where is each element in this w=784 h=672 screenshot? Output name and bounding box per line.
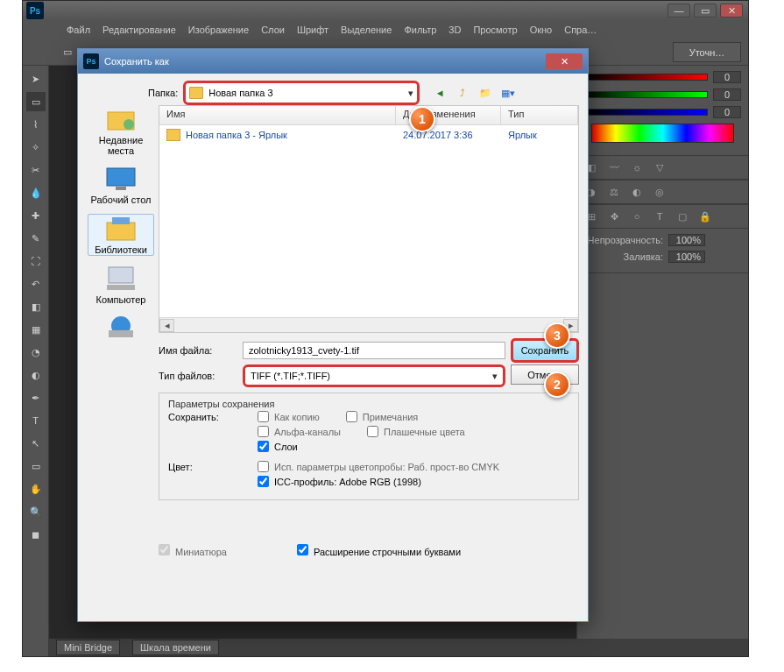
- lowercase-checkbox[interactable]: [297, 544, 308, 555]
- hand-tool[interactable]: ✋: [26, 479, 46, 499]
- svg-rect-5: [112, 217, 130, 224]
- shape-tool[interactable]: ▭: [26, 456, 46, 476]
- text-icon[interactable]: T: [653, 209, 667, 223]
- place-desktop[interactable]: Рабочий стол: [88, 165, 154, 205]
- filetype-combo[interactable]: TIFF (*.TIF;*.TIFF) ▾: [243, 364, 505, 387]
- thumbnail-checkbox: [159, 544, 170, 555]
- wand-tool[interactable]: ✧: [26, 138, 46, 157]
- place-libraries-label: Библиотеки: [88, 244, 153, 255]
- proof-checkbox[interactable]: [258, 461, 269, 472]
- svg-rect-7: [107, 285, 135, 290]
- as-copy-checkbox[interactable]: [258, 411, 269, 422]
- close-button[interactable]: ✕: [720, 4, 743, 18]
- new-folder-icon[interactable]: 📁: [477, 85, 493, 101]
- place-computer-label: Компьютер: [88, 294, 154, 305]
- g-slider[interactable]: [584, 91, 708, 98]
- menu-3d[interactable]: 3D: [449, 25, 461, 35]
- lasso-tool[interactable]: ⌇: [26, 115, 46, 134]
- mini-bridge-tab[interactable]: Mini Bridge: [56, 640, 120, 655]
- move-tool[interactable]: ➤: [26, 69, 46, 88]
- main-menu: Файл Редактирование Изображение Слои Шри…: [23, 20, 748, 39]
- blur-tool[interactable]: ◔: [26, 343, 46, 362]
- pen-tool[interactable]: ✒: [26, 388, 46, 407]
- folder-combo[interactable]: Новая папка 3 ▾: [183, 81, 420, 105]
- fill-value[interactable]: 100%: [668, 251, 705, 263]
- layers-checkbox[interactable]: [258, 441, 269, 452]
- path-tool[interactable]: ↖: [26, 434, 46, 453]
- up-icon[interactable]: ⤴: [455, 85, 470, 101]
- col-name[interactable]: Имя: [159, 106, 396, 124]
- eraser-tool[interactable]: ◧: [26, 297, 46, 316]
- maximize-button[interactable]: ▭: [694, 4, 717, 18]
- dialog-title: Сохранить как: [104, 56, 169, 67]
- right-panels: 0 0 0 ◧ 〰 ☼ ▽ ◑ ⚖ ◐ ◎ ⊞ ✥ ○ T: [577, 66, 748, 656]
- col-type[interactable]: Тип: [501, 106, 578, 124]
- alpha-checkbox[interactable]: [258, 426, 269, 437]
- place-network[interactable]: [88, 314, 154, 343]
- g-value[interactable]: 0: [713, 88, 741, 101]
- r-slider[interactable]: [584, 74, 708, 81]
- menu-type[interactable]: Шрифт: [297, 25, 328, 35]
- r-value[interactable]: 0: [713, 71, 741, 83]
- dodge-tool[interactable]: ◐: [26, 365, 46, 385]
- move-lock-icon[interactable]: ✥: [607, 209, 621, 223]
- eyedropper-tool[interactable]: 💧: [26, 183, 46, 202]
- curves-icon: 〰: [607, 160, 621, 174]
- stamp-tool[interactable]: ⛶: [26, 251, 46, 271]
- color-swatch-icon[interactable]: ◼: [26, 525, 46, 544]
- menu-select[interactable]: Выделение: [341, 25, 392, 35]
- list-item-type: Ярлык: [501, 130, 578, 140]
- folder-icon: [189, 87, 203, 99]
- menu-view[interactable]: Просмотр: [473, 25, 517, 35]
- spot-checkbox[interactable]: [367, 426, 378, 437]
- shape-lock-icon[interactable]: ▢: [675, 209, 689, 223]
- filename-input[interactable]: [243, 342, 505, 359]
- scroll-left-button[interactable]: ◂: [159, 319, 174, 332]
- folder-label: Папка:: [148, 88, 178, 98]
- notes-checkbox[interactable]: [346, 411, 357, 422]
- menu-edit[interactable]: Редактирование: [102, 25, 176, 35]
- back-icon[interactable]: ◄: [432, 85, 448, 101]
- crop-tool[interactable]: ✂: [26, 160, 46, 180]
- opacity-value[interactable]: 100%: [668, 234, 705, 246]
- dialog-ps-icon: Ps: [83, 53, 99, 69]
- menu-layers[interactable]: Слои: [261, 25, 285, 35]
- dialog-titlebar[interactable]: Ps Сохранить как ✕: [78, 49, 588, 74]
- horizontal-scrollbar[interactable]: ◂ ▸: [159, 317, 578, 332]
- place-recent[interactable]: Недавние места: [88, 105, 154, 156]
- b-value[interactable]: 0: [713, 106, 741, 118]
- spectrum-picker[interactable]: [591, 124, 734, 143]
- layers-label: Слои: [274, 442, 298, 452]
- timeline-tab[interactable]: Шкала времени: [132, 640, 219, 655]
- brush-tool[interactable]: ✎: [26, 229, 46, 248]
- photoshop-logo-icon: Ps: [26, 2, 44, 19]
- refine-button[interactable]: Уточн…: [673, 42, 741, 62]
- scroll-track[interactable]: [176, 320, 562, 330]
- views-icon[interactable]: ▦▾: [500, 85, 516, 101]
- menu-filter[interactable]: Фильтр: [404, 25, 436, 35]
- gradient-tool[interactable]: ▦: [26, 320, 46, 339]
- color-section-label: Цвет:: [168, 462, 231, 472]
- dialog-close-button[interactable]: ✕: [546, 53, 583, 69]
- place-libraries[interactable]: Библиотеки: [88, 214, 154, 256]
- menu-image[interactable]: Изображение: [188, 25, 249, 35]
- type-tool[interactable]: T: [26, 411, 46, 430]
- place-computer[interactable]: Компьютер: [88, 265, 154, 305]
- adjustments-tab[interactable]: ◧ 〰 ☼ ▽: [577, 155, 748, 180]
- adjustments-row2[interactable]: ◑ ⚖ ◐ ◎: [577, 180, 748, 204]
- zoom-tool[interactable]: 🔍: [26, 502, 46, 521]
- b-slider[interactable]: [584, 109, 708, 116]
- menu-file[interactable]: Файл: [67, 25, 90, 35]
- list-item-date: 24.07.2017 3:36: [396, 130, 501, 140]
- icc-checkbox[interactable]: [258, 476, 269, 487]
- padlock-icon[interactable]: 🔒: [698, 209, 712, 223]
- menu-help[interactable]: Спра…: [564, 25, 597, 35]
- list-item[interactable]: Новая папка 3 - Ярлык 24.07.2017 3:36 Яр…: [159, 125, 578, 145]
- circle-icon[interactable]: ○: [630, 209, 644, 223]
- history-tool[interactable]: ↶: [26, 274, 46, 294]
- marquee-tool[interactable]: ▭: [26, 92, 46, 111]
- minimize-button[interactable]: —: [667, 4, 690, 18]
- heal-tool[interactable]: ✚: [26, 206, 46, 225]
- menu-window[interactable]: Окно: [530, 25, 553, 35]
- proof-label: Исп. параметры цветопробы: Раб. прост-во…: [274, 462, 499, 472]
